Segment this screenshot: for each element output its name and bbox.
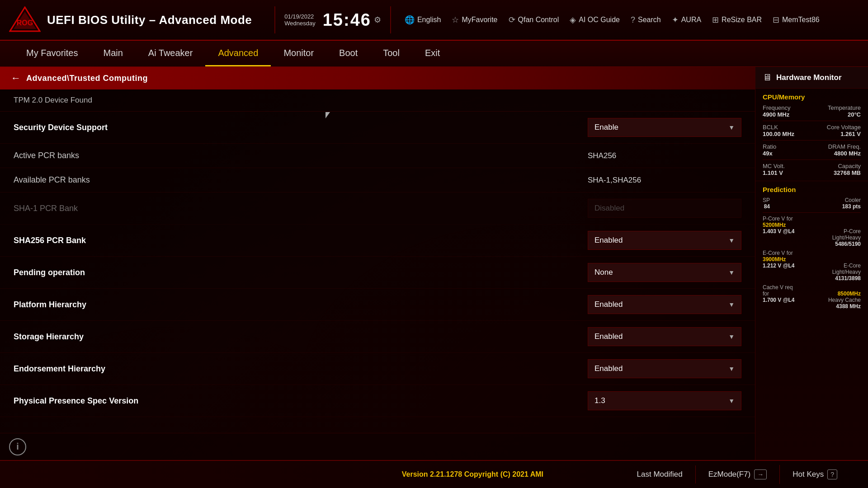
toolbar-aioc[interactable]: ◈ AI OC Guide — [570, 15, 620, 25]
info-button[interactable]: i — [9, 438, 26, 455]
svg-text:ROG: ROG — [17, 19, 33, 27]
dropdown-arrow-icon: ▼ — [728, 301, 735, 308]
ezmode-icon: → — [754, 469, 767, 479]
toolbar-myfavorite-label: MyFavorite — [462, 16, 497, 24]
nav-exit[interactable]: Exit — [412, 41, 453, 66]
security-device-support-dropdown[interactable]: Enable ▼ — [588, 118, 741, 137]
nav-ai-tweaker[interactable]: Ai Tweaker — [136, 41, 206, 66]
heavy-cache-label: Heavy Cache — [828, 297, 861, 303]
breadcrumb-path: Advanced\Trusted Computing — [26, 74, 148, 83]
platform-hierarchy-dropdown[interactable]: Enabled ▼ — [588, 295, 741, 314]
toolbar-items: 🌐 English ☆ MyFavorite ⟳ Qfan Control ◈ … — [405, 15, 820, 25]
sha256-pcr-value: Enabled — [594, 236, 623, 245]
ratio-value: 49x — [763, 150, 773, 157]
frequency-label: Frequency — [763, 104, 790, 111]
setting-row: Storage Hierarchy Enabled ▼ — [0, 321, 755, 353]
toolbar-aura[interactable]: ✦ AURA — [672, 15, 701, 25]
heavy-cache-value: 4388 MHz — [828, 303, 861, 310]
setting-label: Storage Hierarchy — [14, 332, 588, 342]
settings-list: TPM 2.0 Device Found Security Device Sup… — [0, 89, 755, 433]
ezmode-button[interactable]: EzMode(F7) → — [696, 465, 780, 484]
setting-label: SHA-1 PCR Bank — [14, 204, 588, 213]
toolbar-english[interactable]: 🌐 English — [405, 15, 441, 25]
cache-v-for: for — [763, 291, 769, 297]
setting-row: Available PCR banks SHA-1,SHA256 — [0, 168, 755, 192]
logo-area: ROG UEFI BIOS Utility – Advanced Mode — [9, 6, 252, 33]
last-modified-button[interactable]: Last Modified — [624, 465, 696, 483]
dropdown-arrow-icon: ▼ — [728, 124, 735, 131]
toolbar-resizebar[interactable]: ⊞ ReSize BAR — [712, 15, 762, 25]
bottom-actions: Last Modified EzMode(F7) → Hot Keys ? — [624, 465, 850, 484]
setting-row: Platform Hierarchy Enabled ▼ — [0, 289, 755, 321]
setting-row: Pending operation None ▼ — [0, 257, 755, 289]
setting-label: Active PCR banks — [14, 151, 588, 160]
bottom-bar: Version 2.21.1278 Copyright (C) 2021 AMI… — [0, 460, 868, 488]
toolbar-memtest[interactable]: ⊟ MemTest86 — [773, 15, 820, 25]
cache-v-freq: 8500MHz — [838, 291, 861, 297]
dropdown-arrow-icon: ▼ — [728, 365, 735, 372]
version-text: Version 2.21.1278 Copyright (C) 2021 AMI — [321, 470, 624, 479]
pcore-v-freq: 5200MHz — [763, 222, 861, 228]
setting-row: Active PCR banks SHA256 — [0, 144, 755, 168]
setting-label: SHA256 PCR Bank — [14, 236, 588, 245]
setting-label: Endorsement Hierarchy — [14, 364, 588, 374]
info-row: TPM 2.0 Device Found — [0, 89, 755, 112]
english-icon: 🌐 — [405, 15, 415, 25]
time-area: 15:46 ⚙ — [323, 10, 381, 30]
hotkeys-button[interactable]: Hot Keys ? — [780, 465, 850, 484]
bios-title: UEFI BIOS Utility – Advanced Mode — [47, 13, 252, 27]
toolbar-search-label: Search — [638, 16, 661, 24]
toolbar-qfan-label: Qfan Control — [518, 16, 559, 24]
pending-operation-dropdown[interactable]: None ▼ — [588, 263, 741, 282]
nav-my-favorites[interactable]: My Favorites — [14, 41, 90, 66]
toolbar-aura-label: AURA — [681, 16, 701, 24]
physical-presence-spec-value: 1.3 — [594, 396, 605, 405]
toolbar-aioc-label: AI OC Guide — [579, 16, 620, 24]
sha256-pcr-bank-dropdown[interactable]: Enabled ▼ — [588, 231, 741, 250]
platform-hierarchy-value: Enabled — [594, 300, 623, 309]
date-line2: Wednesday — [284, 20, 315, 27]
dropdown-arrow-icon: ▼ — [728, 333, 735, 340]
setting-row: SHA256 PCR Bank Enabled ▼ — [0, 225, 755, 257]
setting-label: Pending operation — [14, 268, 588, 277]
hw-monitor-icon: 🖥 — [763, 72, 772, 83]
toolbar-memtest-label: MemTest86 — [782, 16, 820, 24]
ratio-label: Ratio — [763, 143, 776, 150]
breadcrumb-back-button[interactable]: ← — [11, 72, 21, 84]
nav-tool[interactable]: Tool — [370, 41, 412, 66]
dram-freq-value: 4800 MHz — [834, 150, 861, 157]
mc-volt-label: MC Volt. — [763, 163, 785, 169]
myfavorite-icon: ☆ — [452, 15, 459, 25]
sha1-pcr-value: Disabled — [594, 204, 624, 213]
sp-label: SP — [763, 197, 770, 203]
datetime-area: 01/19/2022 Wednesday — [284, 13, 315, 27]
rog-logo-icon: ROG — [9, 6, 41, 33]
toolbar-search[interactable]: ? Search — [631, 15, 661, 25]
sp-value: 84 — [763, 203, 770, 210]
cache-v-label: Cache V req — [763, 284, 861, 291]
endorsement-hierarchy-dropdown[interactable]: Enabled ▼ — [588, 359, 741, 378]
ecore-v-volt: 1.212 V @L4 — [763, 263, 794, 269]
nav-bar: My Favorites Main Ai Tweaker Advanced Mo… — [0, 41, 868, 67]
storage-hierarchy-value: Enabled — [594, 332, 623, 341]
toolbar-myfavorite[interactable]: ☆ MyFavorite — [452, 15, 497, 25]
breadcrumb: ← Advanced\Trusted Computing — [0, 67, 755, 89]
time-display: 15:46 — [323, 10, 371, 30]
toolbar-qfan[interactable]: ⟳ Qfan Control — [509, 15, 559, 25]
aura-icon: ✦ — [672, 15, 679, 25]
nav-boot[interactable]: Boot — [326, 41, 370, 66]
time-settings-icon[interactable]: ⚙ — [374, 15, 381, 25]
ecore-light-label: E-Core — [832, 263, 861, 269]
nav-main[interactable]: Main — [90, 41, 135, 66]
ecore-v-label: E-Core V for — [763, 250, 861, 256]
nav-advanced[interactable]: Advanced — [205, 41, 271, 66]
temperature-label: Temperature — [828, 104, 861, 111]
nav-monitor[interactable]: Monitor — [271, 41, 326, 66]
pcore-light-label: P-Core — [832, 228, 861, 235]
physical-presence-spec-dropdown[interactable]: 1.3 ▼ — [588, 391, 741, 410]
storage-hierarchy-dropdown[interactable]: Enabled ▼ — [588, 327, 741, 346]
dropdown-arrow-icon: ▼ — [728, 237, 735, 244]
ecore-light-value: Light/Heavy — [832, 269, 861, 275]
hotkeys-icon: ? — [827, 469, 837, 479]
setting-row: Endorsement Hierarchy Enabled ▼ — [0, 353, 755, 385]
